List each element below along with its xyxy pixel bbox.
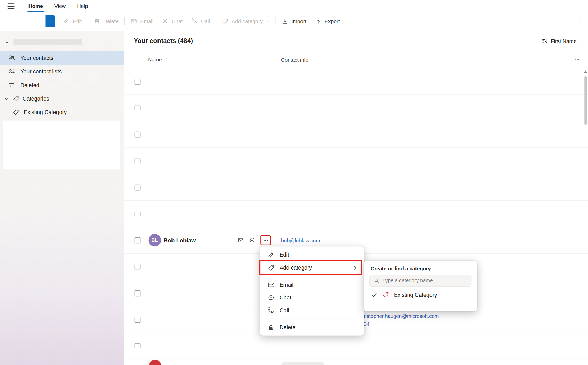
chat-button[interactable]: Chat xyxy=(157,13,187,29)
contact-row[interactable] xyxy=(124,333,588,359)
category-search-box[interactable] xyxy=(369,275,471,287)
category-tag-icon xyxy=(12,109,19,116)
sidebar-item-label: Your contacts xyxy=(20,55,53,61)
new-contact-button[interactable]: New contact xyxy=(5,15,55,27)
export-label: Export xyxy=(325,18,340,24)
row-checkbox[interactable] xyxy=(135,290,141,296)
sort-by-control[interactable]: First Name xyxy=(541,38,577,44)
menu-separator xyxy=(260,319,364,319)
contact-row[interactable] xyxy=(124,201,588,227)
row-checkbox[interactable] xyxy=(135,131,141,137)
page-title: Your contacts (484) xyxy=(134,37,193,45)
contact-email-link[interactable]: bob@loblaw.com xyxy=(281,238,320,243)
column-options-button[interactable] xyxy=(575,57,580,63)
menu-item-label: Call xyxy=(280,307,289,313)
edit-button[interactable]: Edit xyxy=(59,13,86,29)
contact-context-menu: Edit Add category Email Chat Call Delete xyxy=(260,246,364,335)
scrollbar-up-arrow[interactable] xyxy=(584,70,587,73)
row-checkbox[interactable] xyxy=(135,237,141,243)
contact-row[interactable] xyxy=(124,148,588,174)
envelope-icon[interactable] xyxy=(238,237,244,243)
email-button[interactable]: Email xyxy=(126,13,157,29)
more-horizontal-icon xyxy=(263,237,268,243)
menu-item-label: Delete xyxy=(280,324,295,330)
row-checkbox[interactable] xyxy=(135,264,141,270)
add-category-label: Add category xyxy=(232,18,263,24)
row-more-actions-button[interactable] xyxy=(260,235,271,245)
toolbar-overflow-button[interactable] xyxy=(577,19,582,25)
category-tag-icon xyxy=(382,291,389,298)
menu-item-call[interactable]: Call xyxy=(260,304,364,317)
new-contact-dropdown-button[interactable] xyxy=(46,15,55,27)
chevron-down-icon xyxy=(577,19,582,24)
toolbar-divider xyxy=(57,17,57,25)
envelope-icon xyxy=(267,281,275,288)
sidebar-item-deleted[interactable]: Deleted xyxy=(0,78,124,92)
sort-ascending-icon xyxy=(164,58,168,62)
obscured-email-link[interactable]: ristopher.haugen@microsoft.com xyxy=(364,313,439,319)
sidebar-nav: Your contacts Your contact lists Deleted… xyxy=(0,51,124,119)
row-checkbox[interactable] xyxy=(135,317,141,323)
row-checkbox[interactable] xyxy=(135,184,141,190)
sidebar-item-label: Deleted xyxy=(20,82,39,88)
menu-bar: Home View Help xyxy=(0,0,588,12)
chat-bubble-icon xyxy=(267,294,275,301)
menu-item-label: Add category xyxy=(280,265,312,271)
column-name[interactable]: Name xyxy=(148,57,168,62)
chevron-right-icon xyxy=(351,264,358,271)
menu-item-chat[interactable]: Chat xyxy=(260,291,364,304)
sidebar-item-your-contacts[interactable]: Your contacts xyxy=(0,51,124,64)
import-button[interactable]: Import xyxy=(277,13,310,29)
flyout-title: Create or find a category xyxy=(369,266,471,271)
row-checkbox[interactable] xyxy=(135,158,141,164)
tab-home[interactable]: Home xyxy=(23,0,49,12)
account-row[interactable] xyxy=(5,39,82,45)
chat-bubble-icon xyxy=(162,18,169,25)
sidebar-item-existing-category[interactable]: Existing Category xyxy=(0,105,124,119)
toolbar-divider xyxy=(276,17,276,25)
outlook-people-window: Home View Help New contact Edit Delete xyxy=(0,0,588,365)
hamburger-menu-button[interactable] xyxy=(8,3,15,9)
sidebar-item-your-contact-lists[interactable]: Your contact lists xyxy=(0,65,124,78)
toolbar-divider xyxy=(124,17,125,25)
chevron-down-icon xyxy=(4,96,9,101)
category-option-existing-category[interactable]: Existing Category xyxy=(369,287,471,302)
menu-item-edit[interactable]: Edit xyxy=(260,248,364,261)
column-contact-info-label: Contact info xyxy=(281,57,308,63)
delete-button[interactable]: Delete xyxy=(89,13,123,29)
add-category-button[interactable]: Add category xyxy=(218,13,274,29)
redacted-text-fragment xyxy=(281,362,324,365)
category-search-input[interactable] xyxy=(382,278,467,283)
menu-item-delete[interactable]: Delete xyxy=(260,321,364,334)
sidebar-item-label: Existing Category xyxy=(24,109,67,115)
tab-help[interactable]: Help xyxy=(71,0,94,12)
delete-label: Delete xyxy=(103,18,119,24)
tag-icon xyxy=(12,95,19,102)
contact-row[interactable] xyxy=(124,174,588,201)
call-button[interactable]: Call xyxy=(187,13,214,29)
row-hover-actions xyxy=(238,235,271,245)
scrollbar-thumb[interactable] xyxy=(584,76,587,125)
category-flyout: Create or find a category Existing Categ… xyxy=(364,261,477,311)
sidebar-item-label: Categories xyxy=(23,96,49,102)
tab-home-label: Home xyxy=(28,3,43,9)
row-checkbox[interactable] xyxy=(135,211,141,217)
obscured-phone-link[interactable]: 34 xyxy=(364,321,369,327)
menu-item-email[interactable]: Email xyxy=(260,278,364,291)
contact-row[interactable] xyxy=(124,95,588,121)
contact-row[interactable] xyxy=(124,68,588,95)
tab-view[interactable]: View xyxy=(49,0,71,12)
row-checkbox[interactable] xyxy=(135,105,141,111)
vertical-scrollbar[interactable] xyxy=(583,69,588,365)
person-add-icon xyxy=(22,15,29,22)
redacted-sidebar-block xyxy=(3,121,120,170)
export-button[interactable]: Export xyxy=(311,13,344,29)
menu-item-add-category[interactable]: Add category xyxy=(260,261,364,274)
row-checkbox[interactable] xyxy=(135,343,141,349)
sidebar-item-categories[interactable]: Categories xyxy=(0,92,124,105)
row-checkbox[interactable] xyxy=(135,78,141,85)
contact-row[interactable] xyxy=(124,121,588,148)
sort-by-label: First Name xyxy=(551,38,577,44)
chat-bubble-icon[interactable] xyxy=(249,237,255,243)
list-header: Your contacts (484) First Name xyxy=(124,31,588,51)
